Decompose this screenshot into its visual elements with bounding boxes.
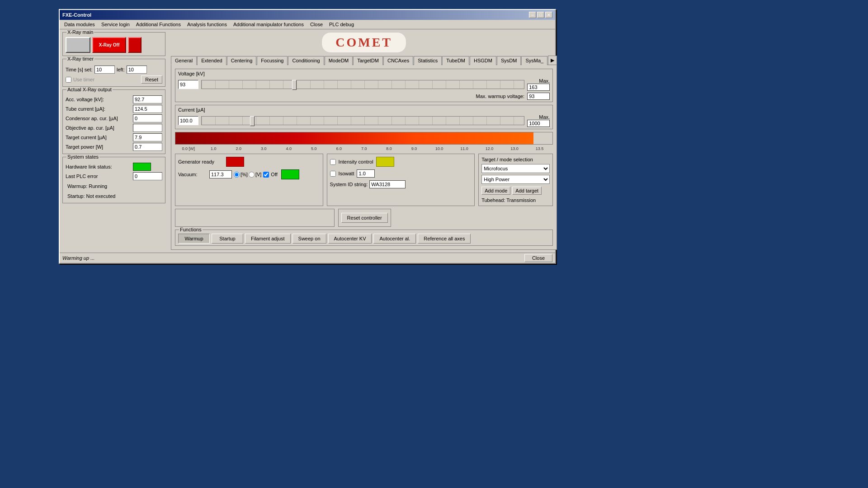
current-slider-thumb[interactable] [250, 116, 255, 126]
current-title: Current [µA] [178, 107, 550, 113]
tab-cncaxes[interactable]: CNCAxes [383, 56, 413, 65]
xray-off-button[interactable]: X-Ray Off [92, 37, 126, 53]
voltage-title: Voltage [kV] [178, 71, 550, 76]
system-states-group: System states Hardware link status: Last… [62, 157, 165, 203]
tab-centering[interactable]: Centering [227, 56, 257, 65]
menu-analysis-functions[interactable]: Analysis functions [184, 21, 230, 28]
reset-controller-button[interactable]: Reset controller [341, 213, 388, 223]
warmup-bar-container [175, 132, 553, 145]
vacuum-percent-label: [%] [241, 172, 248, 177]
vacuum-value-input[interactable] [209, 170, 232, 178]
startup-button[interactable]: Startup [212, 234, 243, 244]
target-mode-title: Target / mode selection [481, 157, 550, 162]
tab-extended[interactable]: Extended [197, 56, 226, 65]
tab-targetdm[interactable]: TargetDM [353, 56, 383, 65]
add-target-button[interactable]: Add target [512, 187, 542, 195]
maximize-button[interactable]: □ [537, 12, 544, 18]
system-id-input[interactable] [369, 180, 406, 188]
scale-3: 3.0 [251, 146, 276, 151]
vacuum-off-checkbox[interactable] [263, 172, 269, 178]
tab-general[interactable]: General [171, 56, 197, 65]
close-bottom-button[interactable]: Close [524, 254, 552, 262]
minimize-button[interactable]: ─ [529, 12, 536, 18]
target-power-label: Target power [W] [66, 144, 131, 150]
tab-statistics[interactable]: Statistics [414, 56, 442, 65]
current-value-input[interactable] [178, 116, 198, 125]
condensor-value[interactable] [133, 114, 162, 122]
current-max-input[interactable] [527, 120, 550, 127]
xray-main-title: X-Ray main [66, 29, 94, 35]
status-bar: Warming up ... Close [60, 253, 555, 263]
close-button[interactable]: ✕ [545, 12, 552, 18]
vacuum-v-radio[interactable] [249, 172, 255, 178]
voltage-slider-thumb[interactable] [292, 80, 297, 90]
target-power-value[interactable] [133, 143, 162, 151]
functions-buttons: Warmup Startup Filament adjust Sweep on … [178, 234, 550, 244]
scale-135: 13.5 [527, 146, 552, 151]
tab-scroll-right[interactable]: ▶ [548, 56, 557, 65]
add-mode-button[interactable]: Add mode [481, 187, 510, 195]
voltage-slider-track[interactable] [201, 80, 524, 89]
sweep-on-button[interactable]: Sweep on [292, 234, 326, 244]
menu-service-login[interactable]: Service login [99, 21, 132, 28]
window-title: FXE-Control [62, 12, 91, 18]
tab-sysma[interactable]: SysMa_ [521, 56, 547, 65]
warmup-button[interactable]: Warmup [178, 234, 210, 244]
time-set-input[interactable] [94, 66, 115, 74]
reset-controller-row: Reset controller [175, 209, 553, 227]
menu-plc-debug[interactable]: PLC debug [326, 21, 357, 28]
current-slider-row: Max. [178, 114, 550, 127]
vacuum-percent-radio[interactable] [234, 172, 240, 178]
last-plc-value[interactable] [133, 172, 162, 180]
tube-current-label: Tube current [µA]: [66, 106, 131, 112]
isowatt-checkbox[interactable] [330, 171, 336, 177]
autocenter-al-button[interactable]: Autocenter al. [373, 234, 416, 244]
tab-hsgdm[interactable]: HSGDM [470, 56, 496, 65]
target-power-row: Target power [W] [66, 143, 162, 151]
generator-vacuum-section: Generator ready Vacuum: [%] [V] [175, 154, 323, 206]
menu-additional-functions[interactable]: Additional Functions [133, 21, 184, 28]
xray-status-indicator [66, 37, 90, 53]
xray-main-group: X-Ray main X-Ray Off [62, 32, 165, 56]
warmup-voltage-input[interactable] [527, 93, 550, 100]
intensity-control-checkbox[interactable] [330, 159, 336, 165]
menu-close[interactable]: Close [307, 21, 326, 28]
tab-sysdm[interactable]: SysDM [497, 56, 521, 65]
acc-voltage-value[interactable] [133, 95, 162, 103]
voltage-max-input[interactable] [527, 84, 550, 91]
tube-current-value[interactable] [133, 105, 162, 113]
menu-manipulator-functions[interactable]: Additional manipulator functions [231, 21, 307, 28]
time-left-label: left: [117, 67, 125, 72]
target-current-value[interactable] [133, 133, 162, 141]
filament-adjust-button[interactable]: Filament adjust [245, 234, 291, 244]
scale-7: 7.0 [351, 146, 376, 151]
isowatt-value-input[interactable] [357, 169, 375, 178]
menu-data-modules[interactable]: Data modules [61, 21, 98, 28]
generator-ready-label: Generator ready [178, 159, 223, 164]
objective-value[interactable] [133, 124, 162, 132]
reference-all-axes-button[interactable]: Reference all axes [418, 234, 471, 244]
tab-tubedm[interactable]: TubeDM [442, 56, 469, 65]
reset-button[interactable]: Reset [141, 75, 162, 84]
mode-dropdown[interactable]: High Power [481, 175, 550, 184]
target-dropdown[interactable]: Microfocus [481, 164, 550, 173]
title-bar: FXE-Control ─ □ ✕ [60, 10, 555, 20]
objective-row: Objective ap. cur. [µA] [66, 124, 162, 132]
current-slider-track[interactable] [201, 116, 524, 125]
voltage-max-label: Max. [539, 78, 550, 84]
autocenter-kv-button[interactable]: Autocenter KV [328, 234, 372, 244]
vacuum-radio-group: [%] [V] [234, 172, 261, 178]
status-bar-text: Warming up ... [62, 255, 94, 261]
xray-timer-title: X-Ray timer [66, 56, 94, 61]
scale-2: 2.0 [226, 146, 251, 151]
tab-modedm[interactable]: ModeDM [325, 56, 353, 65]
xray-main-buttons: X-Ray Off [66, 37, 162, 53]
tube-current-row: Tube current [µA]: [66, 105, 162, 113]
time-left-input[interactable] [127, 66, 147, 74]
tab-conditioning[interactable]: Conditioning [288, 56, 324, 65]
voltage-value-input[interactable] [178, 80, 198, 89]
tab-focussing[interactable]: Focussing [257, 56, 288, 65]
use-timer-checkbox[interactable] [66, 77, 71, 83]
xray-red-indicator [128, 37, 142, 53]
timer-set-row: Time [s] set: left: [66, 66, 162, 74]
